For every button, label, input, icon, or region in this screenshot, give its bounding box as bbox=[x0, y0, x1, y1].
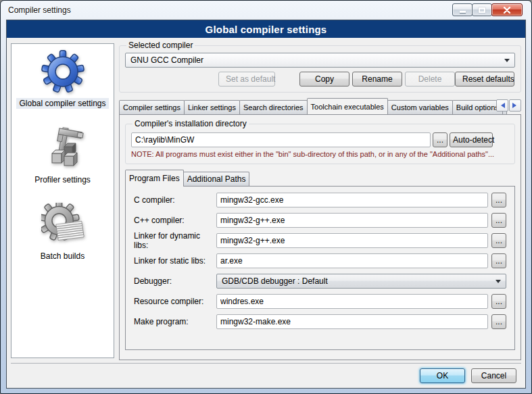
tab-compiler-settings[interactable]: Compiler settings bbox=[119, 100, 185, 114]
program-files-panel: C compiler: ... C++ compiler: ... Linker… bbox=[125, 186, 515, 350]
caliper-cubes-icon bbox=[41, 126, 84, 170]
copy-button[interactable]: Copy bbox=[299, 72, 349, 87]
cancel-button[interactable]: Cancel bbox=[471, 368, 516, 383]
tab-linker-settings[interactable]: Linker settings bbox=[184, 100, 240, 114]
form-row-debugger: Debugger: GDB/CDB debugger : Default bbox=[134, 274, 506, 289]
blue-gear-icon bbox=[41, 50, 84, 93]
field-label: C compiler: bbox=[134, 195, 216, 205]
sidebar-item-global-compiler-settings[interactable]: Global compiler settings bbox=[11, 50, 114, 109]
chevron-down-icon bbox=[504, 59, 510, 65]
form-row-linker-static: Linker for static libs: ... bbox=[134, 253, 506, 268]
program-paths-tab-bar: Program Files Additional Paths bbox=[125, 170, 515, 186]
maximize-icon bbox=[479, 7, 485, 13]
form-row-cpp-compiler: C++ compiler: ... bbox=[134, 213, 506, 228]
browse-resource-compiler-button[interactable]: ... bbox=[491, 294, 506, 309]
browse-linker-static-button[interactable]: ... bbox=[491, 253, 506, 268]
installation-directory-group: Compiler's installation directory ... Au… bbox=[125, 119, 515, 164]
installation-directory-group-label: Compiler's installation directory bbox=[132, 119, 249, 128]
page-title: Global compiler settings bbox=[7, 20, 525, 38]
sidebar-item-label: Global compiler settings bbox=[16, 98, 108, 109]
rename-button[interactable]: Rename bbox=[352, 72, 402, 87]
tab-additional-paths[interactable]: Additional Paths bbox=[183, 172, 250, 186]
delete-button: Delete bbox=[405, 72, 455, 87]
arrow-left-icon bbox=[498, 103, 505, 108]
ok-button[interactable]: OK bbox=[420, 368, 465, 383]
installation-directory-note: NOTE: All programs must exist either in … bbox=[131, 150, 509, 158]
toolchain-executables-panel: Compiler's installation directory ... Au… bbox=[119, 114, 521, 360]
selected-compiler-select[interactable]: GNU GCC Compiler bbox=[125, 53, 515, 68]
debugger-select[interactable]: GDB/CDB debugger : Default bbox=[216, 274, 506, 289]
sidebar-item-label: Profiler settings bbox=[32, 174, 93, 185]
gray-gear-stack-icon bbox=[41, 203, 84, 246]
arrow-right-icon bbox=[512, 103, 519, 108]
browse-make-program-button[interactable]: ... bbox=[491, 314, 506, 329]
title-bar[interactable]: Compiler settings bbox=[1, 1, 531, 20]
set-as-default-button: Set as default bbox=[218, 72, 275, 87]
linker-dynamic-input[interactable] bbox=[216, 233, 488, 248]
selected-compiler-value: GNU GCC Compiler bbox=[130, 55, 504, 65]
linker-static-input[interactable] bbox=[216, 253, 488, 268]
browse-linker-dynamic-button[interactable]: ... bbox=[491, 233, 506, 248]
field-label: Debugger: bbox=[134, 276, 216, 286]
c-compiler-input[interactable] bbox=[216, 193, 488, 207]
field-label: Resource compiler: bbox=[134, 297, 216, 306]
form-row-linker-dynamic: Linker for dynamic libs: ... bbox=[134, 233, 506, 248]
window-title: Compiler settings bbox=[8, 5, 71, 15]
settings-tab-bar: Compiler settings Linker settings Search… bbox=[119, 97, 521, 114]
form-row-c-compiler: C compiler: ... bbox=[134, 193, 506, 207]
field-label: Linker for static libs: bbox=[134, 256, 216, 266]
minimize-button[interactable] bbox=[452, 3, 473, 16]
installation-directory-input[interactable] bbox=[131, 132, 431, 147]
selected-compiler-group: Selected compiler GNU GCC Compiler Set a… bbox=[119, 41, 521, 93]
cpp-compiler-input[interactable] bbox=[216, 213, 488, 228]
settings-category-list: Global compiler settings bbox=[11, 43, 114, 358]
dialog-client-area: Global compiler settings Global compiler… bbox=[6, 20, 526, 389]
make-program-input[interactable] bbox=[216, 314, 488, 329]
tab-scroll-left-button[interactable] bbox=[496, 99, 508, 112]
dialog-footer: OK Cancel bbox=[11, 363, 521, 388]
compiler-settings-window: Compiler settings Global compiler settin… bbox=[0, 0, 532, 394]
tab-search-directories[interactable]: Search directories bbox=[239, 100, 308, 114]
minimize-icon bbox=[460, 11, 466, 13]
tab-scroll-right-button[interactable] bbox=[509, 99, 521, 112]
field-label: Make program: bbox=[134, 317, 216, 326]
debugger-value: GDB/CDB debugger : Default bbox=[222, 276, 495, 286]
sidebar-item-profiler-settings[interactable]: Profiler settings bbox=[11, 126, 114, 185]
close-icon bbox=[503, 7, 511, 14]
resource-compiler-input[interactable] bbox=[216, 294, 488, 309]
reset-defaults-button[interactable]: Reset defaults bbox=[455, 72, 514, 87]
auto-detect-button[interactable]: Auto-detect bbox=[450, 132, 493, 147]
selected-compiler-group-label: Selected compiler bbox=[126, 41, 195, 50]
tab-toolchain-executables[interactable]: Toolchain executables bbox=[307, 98, 388, 114]
browse-c-compiler-button[interactable]: ... bbox=[491, 193, 506, 207]
main-panel: Selected compiler GNU GCC Compiler Set a… bbox=[119, 41, 521, 360]
form-row-make-program: Make program: ... bbox=[134, 314, 506, 329]
tab-custom-variables[interactable]: Custom variables bbox=[387, 100, 453, 114]
close-button[interactable] bbox=[491, 3, 523, 16]
chevron-down-icon bbox=[495, 280, 501, 286]
browse-directory-button[interactable]: ... bbox=[433, 132, 448, 147]
browse-cpp-compiler-button[interactable]: ... bbox=[491, 213, 506, 228]
form-row-resource-compiler: Resource compiler: ... bbox=[134, 294, 506, 309]
tab-program-files[interactable]: Program Files bbox=[125, 170, 184, 187]
field-label: C++ compiler: bbox=[134, 216, 216, 225]
sidebar-item-label: Batch builds bbox=[38, 251, 87, 262]
field-label: Linker for dynamic libs: bbox=[134, 231, 216, 250]
maximize-button[interactable] bbox=[472, 3, 492, 16]
sidebar-item-batch-builds[interactable]: Batch builds bbox=[11, 203, 114, 262]
